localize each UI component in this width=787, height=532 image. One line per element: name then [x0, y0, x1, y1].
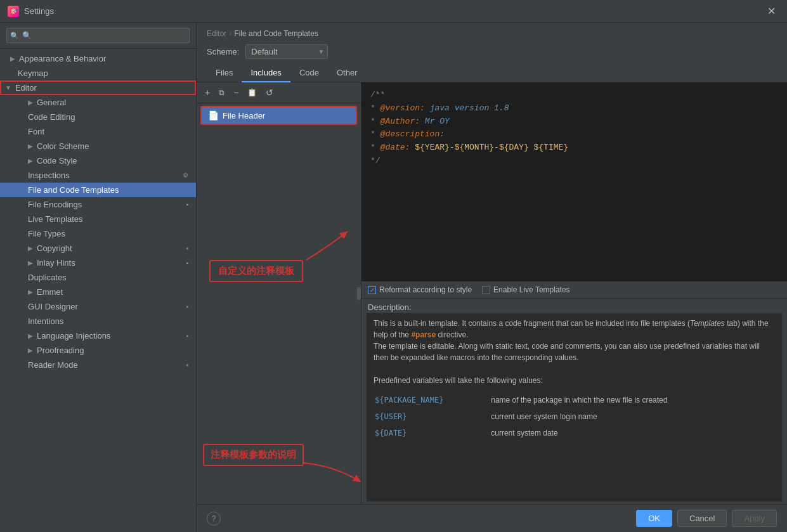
sidebar-item-language-injections[interactable]: ▶ Language Injections ▪	[0, 328, 196, 343]
live-templates-checkbox[interactable]	[482, 286, 490, 294]
close-button[interactable]: ✕	[764, 4, 779, 18]
chevron-right-icon-cst: ▶	[28, 157, 33, 164]
help-button[interactable]: ?	[207, 512, 221, 526]
dialog-footer: ? OK Cancel Apply	[197, 504, 787, 532]
settings-icon: ⚙	[183, 172, 188, 179]
scheme-select[interactable]: Default Project	[245, 44, 328, 59]
duplicate-button[interactable]: 📋	[244, 87, 260, 98]
sidebar-item-proofreading[interactable]: ▶ Proofreading	[0, 343, 196, 358]
ok-button[interactable]: OK	[636, 510, 672, 527]
sidebar-item-font[interactable]: Font	[0, 124, 196, 139]
indicator-icon-fe: ▪	[186, 201, 188, 208]
code-line-5: * @date: ${YEAR}-${MONTH}-${DAY} ${TIME}	[370, 141, 778, 155]
code-line-1: /**	[370, 89, 778, 102]
indicator-icon-cp: ▪	[186, 245, 188, 252]
variable-row: ${PACKAGE_NAME} name of the package in w…	[375, 393, 774, 408]
indicator-icon-gui: ▪	[186, 303, 188, 310]
sidebar-item-reader-mode[interactable]: Reader Mode ▪	[0, 358, 196, 372]
apply-button[interactable]: Apply	[732, 510, 777, 527]
variables-table: ${PACKAGE_NAME} name of the package in w…	[374, 391, 775, 442]
tab-includes[interactable]: Includes	[242, 64, 290, 82]
editor-section: /** * @version: java version 1.8 * @Auth…	[361, 82, 787, 298]
sidebar-item-copyright[interactable]: ▶ Copyright ▪	[0, 241, 196, 256]
sidebar-item-appearance[interactable]: ▶ Appearance & Behavior	[0, 51, 196, 66]
indicator-icon-rm: ▪	[186, 361, 188, 368]
chevron-right-icon-gen: ▶	[28, 99, 33, 106]
sidebar-item-code-editing[interactable]: Code Editing	[0, 110, 196, 124]
bottom-controls: ✓ Reformat according to style Enable Liv…	[361, 281, 787, 298]
app-icon: 🎯	[8, 6, 19, 17]
sidebar-item-gui-designer[interactable]: GUI Designer ▪	[0, 299, 196, 314]
description-pane: Description: This is a built-in template…	[361, 298, 787, 504]
live-templates-checkbox-row[interactable]: Enable Live Templates	[482, 285, 570, 294]
search-icon: 🔍	[10, 32, 19, 40]
sidebar-item-intentions[interactable]: Intentions	[0, 314, 196, 328]
sidebar-item-editor[interactable]: ▼ Editor	[0, 81, 196, 95]
sidebar-item-file-code-templates[interactable]: File and Code Templates	[0, 183, 196, 197]
reset-button[interactable]: ↺	[263, 86, 276, 99]
breadcrumb: Editor › File and Code Templates	[197, 23, 787, 42]
sidebar-item-duplicates[interactable]: Duplicates	[0, 270, 196, 285]
chevron-right-icon-cp: ▶	[28, 245, 33, 252]
chevron-down-icon: ▼	[5, 84, 11, 91]
cancel-button[interactable]: Cancel	[677, 510, 727, 527]
split-pane: + ⧉ − 📋 ↺ 📄 File Header 自定义的注释模板	[197, 82, 787, 504]
sidebar-item-code-style[interactable]: ▶ Code Style	[0, 153, 196, 168]
chevron-right-icon-pr: ▶	[28, 347, 33, 354]
list-toolbar: + ⧉ − 📋 ↺	[197, 82, 361, 103]
variable-row: ${DATE} current system date	[375, 425, 774, 441]
tab-files[interactable]: Files	[207, 64, 242, 82]
sidebar-item-color-scheme[interactable]: ▶ Color Scheme	[0, 139, 196, 153]
chevron-right-icon-cs: ▶	[28, 143, 33, 150]
breadcrumb-separator: ›	[229, 29, 231, 38]
sidebar: 🔍 ▶ Appearance & Behavior Keymap ▼ Edito…	[0, 23, 197, 532]
chevron-right-icon-ih: ▶	[28, 259, 33, 266]
template-item-file-header[interactable]: 📄 File Header	[200, 106, 357, 125]
sidebar-item-general[interactable]: ▶ General	[0, 95, 196, 110]
resize-handle[interactable]	[357, 287, 361, 300]
var-name-package: ${PACKAGE_NAME}	[375, 393, 490, 408]
sidebar-item-inlay-hints[interactable]: ▶ Inlay Hints ▪	[0, 256, 196, 270]
scheme-row: Scheme: Default Project ▼	[197, 42, 787, 64]
sidebar-item-live-templates[interactable]: Live Templates	[0, 212, 196, 226]
template-list: 📄 File Header	[197, 103, 361, 504]
sidebar-item-file-encodings[interactable]: File Encodings ▪	[0, 197, 196, 212]
copy-button[interactable]: ⧉	[216, 87, 228, 98]
reformat-checkbox-row[interactable]: ✓ Reformat according to style	[368, 285, 472, 294]
add-button[interactable]: +	[202, 86, 213, 99]
search-box: 🔍	[0, 23, 196, 49]
title-bar: 🎯 Settings ✕	[0, 0, 787, 23]
var-name-user: ${USER}	[375, 409, 490, 424]
main-content: 🔍 ▶ Appearance & Behavior Keymap ▼ Edito…	[0, 23, 787, 532]
chevron-right-icon: ▶	[10, 55, 15, 62]
search-input[interactable]	[6, 28, 190, 43]
list-pane: + ⧉ − 📋 ↺ 📄 File Header 自定义的注释模板	[197, 82, 361, 504]
sidebar-list: ▶ Appearance & Behavior Keymap ▼ Editor …	[0, 49, 196, 532]
code-line-3: * @Author: Mr OY	[370, 115, 778, 129]
var-desc-package: name of the package in which the new fil…	[491, 393, 774, 408]
scheme-select-wrapper: Default Project ▼	[245, 44, 328, 59]
variable-row: ${USER} current user system login name	[375, 409, 774, 424]
description-label: Description:	[361, 299, 787, 313]
reformat-checkbox[interactable]: ✓	[368, 286, 376, 294]
indicator-icon-ih: ▪	[186, 259, 188, 266]
sidebar-item-file-types[interactable]: File Types	[0, 226, 196, 241]
var-desc-date: current system date	[491, 425, 774, 441]
sidebar-item-emmet[interactable]: ▶ Emmet	[0, 285, 196, 299]
chevron-right-icon-em: ▶	[28, 289, 33, 295]
indicator-icon-li: ▪	[186, 332, 188, 339]
sidebar-item-inspections[interactable]: Inspections ⚙	[0, 168, 196, 183]
description-content: This is a built-in template. It contains…	[367, 313, 782, 502]
tab-code[interactable]: Code	[290, 64, 328, 82]
chevron-right-icon-li: ▶	[28, 332, 33, 339]
var-desc-user: current user system login name	[491, 409, 774, 424]
code-editor[interactable]: /** * @version: java version 1.8 * @Auth…	[361, 82, 787, 281]
var-name-date: ${DATE}	[375, 425, 490, 441]
tab-other[interactable]: Other	[328, 64, 367, 82]
remove-button[interactable]: −	[230, 86, 242, 99]
sidebar-item-keymap[interactable]: Keymap	[0, 66, 196, 81]
window-title: Settings	[24, 6, 54, 16]
right-panel: Editor › File and Code Templates Scheme:…	[197, 23, 787, 532]
dialog-footer-buttons: OK Cancel Apply	[636, 510, 777, 527]
code-line-4: * @description:	[370, 128, 778, 141]
